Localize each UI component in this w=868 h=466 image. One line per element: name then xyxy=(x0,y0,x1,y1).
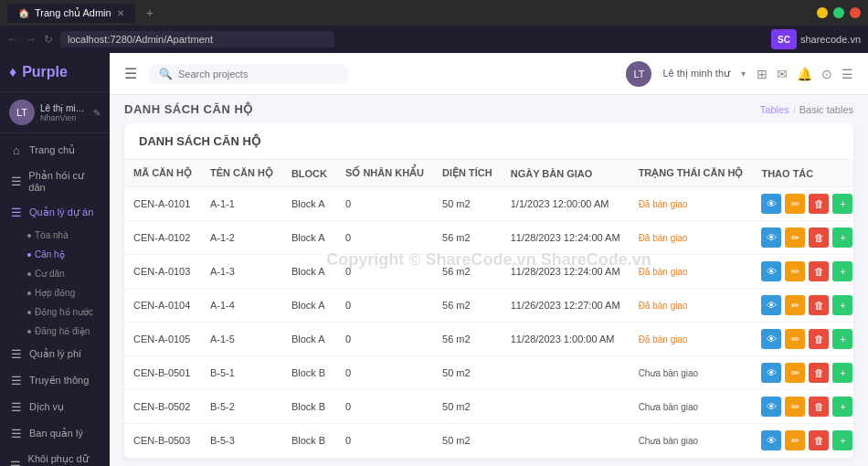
edit-button[interactable]: ✏ xyxy=(785,363,805,383)
sidebar-item-toanha[interactable]: Tòa nhà xyxy=(18,226,110,245)
cell-name: A-1-1 xyxy=(201,187,282,221)
address-bar: ← → ↻ SC sharecode.vn xyxy=(0,26,868,53)
close-button[interactable] xyxy=(850,7,861,18)
breadcrumb-right: Tables / Basic tables xyxy=(760,104,853,115)
add-button[interactable]: + xyxy=(832,329,852,349)
fullscreen-icon[interactable]: ⊞ xyxy=(757,67,767,81)
cell-handover: 11/28/2023 12:24:00 AM xyxy=(502,221,630,255)
power-icon[interactable]: ⊙ xyxy=(821,67,832,81)
cell-code: CEN-A-0104 xyxy=(124,289,201,323)
edit-button[interactable]: ✏ xyxy=(785,329,805,349)
page-title: DANH SÁCH CĂN HỘ xyxy=(124,102,253,116)
add-button[interactable]: + xyxy=(832,228,852,248)
sidebar-item-truyenthong[interactable]: ☰ Truyền thông xyxy=(0,367,110,394)
view-button[interactable]: 👁 xyxy=(761,228,781,248)
tab-favicon: 🏠 xyxy=(18,8,29,18)
edit-button[interactable]: ✏ xyxy=(785,430,805,450)
cell-block: Block A xyxy=(282,289,336,323)
sidebar-item-phanhoi[interactable]: ☰ Phản hồi cư dân xyxy=(0,164,110,199)
cell-actions: 👁 ✏ 🗑 + xyxy=(752,356,853,390)
delete-button[interactable]: 🗑 xyxy=(809,430,829,450)
media-icon: ☰ xyxy=(9,374,24,387)
cell-code: CEN-B-0503 xyxy=(124,424,201,458)
view-button[interactable]: 👁 xyxy=(761,194,781,214)
cell-actions: 👁 ✏ 🗑 + xyxy=(752,458,853,460)
edit-button[interactable]: ✏ xyxy=(785,228,805,248)
view-button[interactable]: 👁 xyxy=(761,363,781,383)
sidebar-item-hopdong[interactable]: Hợp đồng xyxy=(18,283,110,302)
cell-status: Chưa bàn giao xyxy=(630,356,753,390)
edit-button[interactable]: ✏ xyxy=(785,295,805,315)
sidebar-item-dichvu[interactable]: ☰ Dịch vụ xyxy=(0,394,110,420)
sidebar-item-donghonuoc[interactable]: Đồng hồ nước xyxy=(18,302,110,322)
edit-profile-icon[interactable]: ✎ xyxy=(93,108,101,118)
sidebar-item-cudan[interactable]: Cư dân xyxy=(18,264,110,283)
breadcrumb-link-tables[interactable]: Tables xyxy=(760,104,789,115)
search-input[interactable] xyxy=(178,69,338,79)
search-bar[interactable]: 🔍 xyxy=(148,64,349,84)
forward-button[interactable]: → xyxy=(26,33,37,46)
cell-actions: 👁 ✏ 🗑 + xyxy=(752,255,853,289)
grid-icon[interactable]: ☰ xyxy=(842,67,853,81)
table-container[interactable]: MÃ CĂN HỘ TÊN CĂN HỘ BLOCK SỐ NHÂN KHẨU … xyxy=(124,160,853,459)
project-icon: ☰ xyxy=(9,206,24,219)
cell-handover xyxy=(502,356,630,390)
sidebar-item-danghodien[interactable]: Đăng hồ điện xyxy=(18,322,110,341)
sidebar-item-trangchu[interactable]: ⌂ Trang chủ xyxy=(0,137,110,164)
sidebar-item-quanlyphi[interactable]: ☰ Quản lý phí xyxy=(0,341,110,367)
view-button[interactable]: 👁 xyxy=(761,430,781,450)
edit-button[interactable]: ✏ xyxy=(785,261,805,281)
header: ☰ 🔍 LT Lê thị minh thư ▾ ⊞ ✉ 🔔 ⊙ ☰ xyxy=(110,53,868,95)
notification-icon[interactable]: 🔔 xyxy=(797,67,812,81)
tab-close-icon[interactable]: ✕ xyxy=(117,8,124,18)
new-tab-button[interactable]: + xyxy=(146,5,153,20)
table-row: CEN-B-0501 B-5-1 Block B 0 50 m2 Chưa bà… xyxy=(124,356,853,390)
sidebar-navigation: ⌂ Trang chủ ☰ Phản hồi cư dân ☰ Quản lý … xyxy=(0,133,110,466)
delete-button[interactable]: 🗑 xyxy=(809,228,829,248)
card-header: DANH SÁCH CĂN HỘ xyxy=(124,123,853,160)
add-button[interactable]: + xyxy=(832,397,852,417)
hamburger-icon[interactable]: ☰ xyxy=(124,65,137,82)
delete-button[interactable]: 🗑 xyxy=(809,397,829,417)
sidebar-item-canho[interactable]: Căn hộ xyxy=(18,245,110,264)
address-input[interactable] xyxy=(60,31,334,48)
feedback-icon: ☰ xyxy=(9,175,23,188)
sidebar-item-banquanly[interactable]: ☰ Ban quản lý xyxy=(0,420,110,447)
col-handover: NGÀY BÀN GIAO xyxy=(502,160,630,187)
apartment-table: MÃ CĂN HỘ TÊN CĂN HỘ BLOCK SỐ NHÂN KHẨU … xyxy=(124,160,853,459)
view-button[interactable]: 👁 xyxy=(761,329,781,349)
sidebar-item-khoiphuc[interactable]: ☰ Khôi phục dữ liệu xyxy=(0,447,110,466)
view-button[interactable]: 👁 xyxy=(761,397,781,417)
maximize-button[interactable] xyxy=(833,7,844,18)
delete-button[interactable]: 🗑 xyxy=(809,363,829,383)
active-tab[interactable]: 🏠 Trang chủ Admin ✕ xyxy=(7,4,135,23)
edit-button[interactable]: ✏ xyxy=(785,397,805,417)
cell-block: Block A xyxy=(282,255,336,289)
add-button[interactable]: + xyxy=(832,295,852,315)
col-residents: SỐ NHÂN KHẨU xyxy=(336,160,433,187)
delete-button[interactable]: 🗑 xyxy=(809,295,829,315)
sidebar-user: LT Lê thị minh thư NhanVien ✎ xyxy=(0,92,110,133)
add-button[interactable]: + xyxy=(832,194,852,214)
add-button[interactable]: + xyxy=(832,363,852,383)
sidebar-item-quanlyduan[interactable]: ☰ Quản lý dự án xyxy=(0,199,110,226)
delete-button[interactable]: 🗑 xyxy=(809,194,829,214)
dropdown-icon[interactable]: ▾ xyxy=(741,69,746,79)
view-button[interactable]: 👁 xyxy=(761,295,781,315)
delete-button[interactable]: 🗑 xyxy=(809,329,829,349)
view-button[interactable]: 👁 xyxy=(761,261,781,281)
refresh-button[interactable]: ↻ xyxy=(44,33,53,46)
add-button[interactable]: + xyxy=(832,261,852,281)
cell-area: 56 m2 xyxy=(433,323,502,356)
col-block: BLOCK xyxy=(282,160,336,187)
delete-button[interactable]: 🗑 xyxy=(809,261,829,281)
user-role: NhanVien xyxy=(40,113,88,122)
add-button[interactable]: + xyxy=(832,430,852,450)
mail-icon[interactable]: ✉ xyxy=(777,67,788,81)
cell-handover: 11/28/2023 12:24:00 AM xyxy=(502,255,630,289)
minimize-button[interactable] xyxy=(817,7,828,18)
table-row: CEN-B-0504 B-5-4 Block B 0 50 m2 Chưa bà… xyxy=(124,458,853,460)
back-button[interactable]: ← xyxy=(7,33,18,46)
edit-button[interactable]: ✏ xyxy=(785,194,805,214)
breadcrumb: DANH SÁCH CĂN HỘ Tables / Basic tables xyxy=(110,95,868,123)
